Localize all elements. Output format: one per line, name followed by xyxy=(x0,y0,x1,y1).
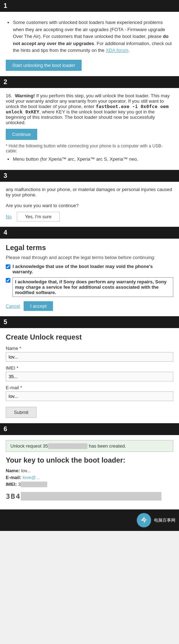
bold-warning: do not accept any over the air upgrades xyxy=(13,34,169,46)
checkbox-1-strong: I acknowledge that use of the boot loade… xyxy=(13,264,153,274)
menu-button-note: Menu button (for Xperia™ arc, Xperia™ ar… xyxy=(13,156,173,163)
section-5-header: 5 xyxy=(0,316,179,328)
section-5: 5 Create Unlock request Name * IMEI * E-… xyxy=(0,316,179,423)
start-unlock-button[interactable]: Start unlocking the boot loader xyxy=(6,60,82,71)
section-6-content: Unlock request 35████████████ has been c… xyxy=(0,435,179,509)
checkbox-warranty-label: I acknowledge that use of the boot loade… xyxy=(13,264,173,274)
imei-masked: ████████████ xyxy=(48,443,88,449)
section-2-header: 2 xyxy=(0,76,179,88)
legal-title: Legal terms xyxy=(6,244,173,252)
section-2-content: 16. Warning! If you perform this step, y… xyxy=(0,88,179,170)
name-input[interactable] xyxy=(6,352,173,362)
hold-button-note: * Hold the following button while connec… xyxy=(6,143,173,153)
step-number: 16. xyxy=(6,93,12,98)
email-info: E-mail: love@... xyxy=(6,475,173,480)
checkbox-warranty[interactable] xyxy=(6,264,10,269)
section-3-content: any malfunctions in your phone, or mater… xyxy=(0,182,179,227)
continue-button[interactable]: Continue xyxy=(6,129,37,140)
section-3-header: 3 xyxy=(0,170,179,182)
section-6-header: 6 xyxy=(0,423,179,435)
unlock-key: 3B4████████████████████████████ xyxy=(6,492,173,501)
email-input[interactable] xyxy=(6,391,173,401)
section-3-text1: any malfunctions in your phone, or mater… xyxy=(6,187,173,197)
email-link[interactable]: love@... xyxy=(23,475,40,480)
xda-forum-link[interactable]: XDA forum xyxy=(106,48,128,53)
section-3: 3 any malfunctions in your phone, or mat… xyxy=(0,170,179,227)
checkbox-row-2: I acknowledge that, if Sony does perform… xyxy=(6,277,173,297)
checkbox-2-strong: I acknowledge that, if Sony does perform… xyxy=(15,279,166,295)
section-6: 6 Unlock request 35████████████ has been… xyxy=(0,423,179,509)
section-5-content: Create Unlock request Name * IMEI * E-ma… xyxy=(0,328,179,423)
confirmation-row: No Yes, I'm sure xyxy=(6,212,173,221)
no-button[interactable]: No xyxy=(6,214,12,219)
checkbox-service-fee[interactable] xyxy=(6,278,10,283)
key-section-title: Your key to unlock the boot loader: xyxy=(6,456,173,464)
accept-button[interactable]: I accept xyxy=(24,301,53,311)
section-1-bullet: Some customers with unlocked boot loader… xyxy=(13,19,173,54)
bottom-bar: 今 电脑百事网 xyxy=(0,509,179,531)
cancel-button[interactable]: Cancel xyxy=(6,303,20,309)
imei-label: IMEI * xyxy=(6,365,173,371)
section-1: 1 Some customers with unlocked boot load… xyxy=(0,0,179,76)
checkbox-service-fee-label: I acknowledge that, if Sony does perform… xyxy=(13,277,173,297)
section-1-content: Some customers with unlocked boot loader… xyxy=(0,12,179,76)
name-info: Name: lov... xyxy=(6,468,173,473)
legal-subtitle: Please read through and accept the legal… xyxy=(6,255,173,260)
submit-button[interactable]: Submit xyxy=(6,407,37,418)
imei-input[interactable] xyxy=(6,372,173,381)
section-4-content: Legal terms Please read through and acce… xyxy=(0,239,179,316)
warning-label: Warning! xyxy=(15,93,35,98)
success-message: Unlock request 35████████████ has been c… xyxy=(6,440,173,452)
unlock-command: fastboot.exe -i 0x0fce oem unlock 0xKEY xyxy=(6,104,169,114)
checkbox-row-1: I acknowledge that use of the boot loade… xyxy=(6,264,173,274)
form-title: Create Unlock request xyxy=(6,333,173,341)
bottom-logo: 今 xyxy=(137,513,151,527)
imei-info: IMEI: 3████████ xyxy=(6,482,173,487)
email-label: E-mail * xyxy=(6,385,173,390)
section-3-confirm-text: Are you sure you want to continue? xyxy=(6,203,173,208)
bottom-site-text: 电脑百事网 xyxy=(154,517,175,523)
section-2-warning: 16. Warning! If you perform this step, y… xyxy=(6,93,173,125)
section-1-header: 1 xyxy=(0,0,179,12)
yes-button[interactable]: Yes, I'm sure xyxy=(17,212,60,221)
name-label: Name * xyxy=(6,346,173,351)
section-4: 4 Legal terms Please read through and ac… xyxy=(0,227,179,316)
legal-button-row: Cancel I accept xyxy=(6,301,173,311)
section-4-header: 4 xyxy=(0,227,179,239)
section-2: 2 16. Warning! If you perform this step,… xyxy=(0,76,179,170)
